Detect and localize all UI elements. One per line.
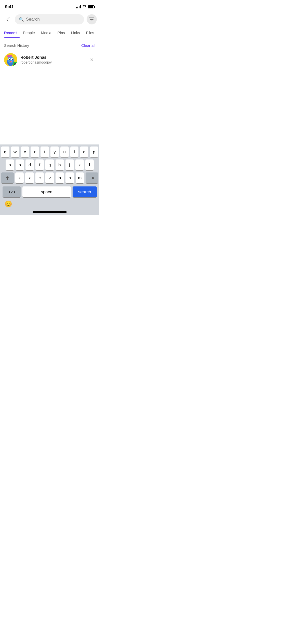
- emoji-button[interactable]: 😊: [3, 198, 14, 209]
- shift-key[interactable]: [1, 172, 14, 183]
- search-input[interactable]: [26, 17, 80, 22]
- tab-links[interactable]: Links: [68, 28, 83, 38]
- delete-key[interactable]: [86, 172, 98, 183]
- key-t[interactable]: t: [40, 147, 49, 157]
- status-time: 9:41: [5, 4, 14, 9]
- key-w[interactable]: w: [11, 147, 19, 157]
- phone-icon: 📱: [13, 63, 17, 66]
- filter-tabs: Recent People Media Pins Links Files: [0, 26, 99, 38]
- svg-point-10: [9, 59, 10, 60]
- search-row: 🔍: [0, 12, 99, 26]
- svg-point-12: [10, 61, 12, 63]
- home-indicator: [33, 211, 67, 213]
- wifi-icon: [82, 5, 86, 8]
- search-icon: 🔍: [19, 17, 24, 22]
- status-icons: [76, 5, 94, 8]
- key-f[interactable]: f: [35, 159, 44, 170]
- tab-files[interactable]: Files: [83, 28, 97, 38]
- back-arrow-icon: [6, 17, 11, 22]
- key-a[interactable]: a: [6, 159, 14, 170]
- key-o[interactable]: o: [80, 147, 88, 157]
- svg-point-11: [12, 59, 13, 60]
- status-bar: 9:41: [0, 0, 99, 12]
- tab-pins[interactable]: Pins: [55, 28, 68, 38]
- keyboard-bottom-row: 123 space search: [1, 185, 98, 197]
- numbers-key[interactable]: 123: [3, 186, 21, 197]
- history-item-text: Robert Jonas robertjonasmoodjoy: [20, 55, 85, 64]
- space-key[interactable]: space: [22, 186, 71, 197]
- search-input-container[interactable]: 🔍: [15, 14, 84, 24]
- key-v[interactable]: v: [45, 172, 54, 183]
- keyboard-row-3: z x c v b n m: [1, 172, 98, 183]
- back-button[interactable]: [4, 15, 12, 23]
- keyboard-row-2: a s d f g h j k l: [1, 159, 98, 170]
- signal-icon: [76, 5, 81, 8]
- search-key[interactable]: search: [73, 186, 97, 197]
- keyboard-row-1: q w e r t y u i o p: [1, 147, 98, 157]
- key-r[interactable]: r: [31, 147, 39, 157]
- key-q[interactable]: q: [1, 147, 9, 157]
- tab-recent[interactable]: Recent: [4, 28, 20, 38]
- key-i[interactable]: i: [70, 147, 79, 157]
- clear-all-button[interactable]: Clear all: [81, 43, 95, 48]
- key-d[interactable]: d: [25, 159, 34, 170]
- key-b[interactable]: b: [56, 172, 64, 183]
- search-history-label: Search History: [4, 43, 29, 48]
- key-j[interactable]: j: [65, 159, 74, 170]
- history-item-name: Robert Jonas: [20, 55, 85, 60]
- key-l[interactable]: l: [85, 159, 94, 170]
- history-item-username: robertjonasmoodjoy: [20, 60, 85, 64]
- filter-button[interactable]: [87, 14, 97, 24]
- key-h[interactable]: h: [56, 159, 64, 170]
- battery-icon: [88, 5, 94, 8]
- filter-icon: [89, 17, 94, 21]
- key-g[interactable]: g: [45, 159, 54, 170]
- key-p[interactable]: p: [90, 147, 98, 157]
- key-z[interactable]: z: [15, 172, 24, 183]
- key-n[interactable]: n: [65, 172, 74, 183]
- key-m[interactable]: m: [76, 172, 84, 183]
- remove-history-item-button[interactable]: ✕: [88, 56, 95, 63]
- keyboard: q w e r t y u i o p a s d f g h j k l z …: [0, 144, 99, 215]
- key-c[interactable]: c: [35, 172, 44, 183]
- key-s[interactable]: s: [16, 159, 24, 170]
- search-history-header: Search History Clear all: [0, 38, 99, 51]
- key-e[interactable]: e: [21, 147, 29, 157]
- key-u[interactable]: u: [60, 147, 69, 157]
- key-k[interactable]: k: [75, 159, 84, 170]
- key-y[interactable]: y: [50, 147, 59, 157]
- key-x[interactable]: x: [25, 172, 34, 183]
- tab-media[interactable]: Media: [38, 28, 55, 38]
- avatar-badge: 📱: [13, 62, 17, 66]
- tab-people[interactable]: People: [20, 28, 38, 38]
- history-item[interactable]: 📱 Robert Jonas robertjonasmoodjoy ✕: [0, 51, 99, 69]
- avatar: 📱: [4, 53, 17, 66]
